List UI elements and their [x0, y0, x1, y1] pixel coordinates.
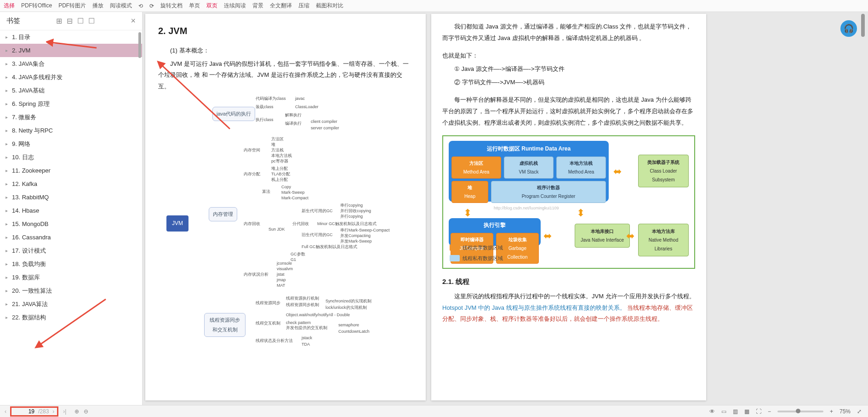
- mm-leaf: 并行copying: [340, 213, 363, 220]
- mm-leaf: 内存分配: [244, 170, 260, 178]
- fullscreen-icon[interactable]: ⛶: [756, 408, 761, 415]
- mm-leaf: 内存空间: [244, 146, 260, 154]
- mm-leaf: 内存状况分析: [244, 271, 268, 278]
- bookmark-item[interactable]: 3. JAVA集合: [0, 57, 142, 70]
- mm-leaf: 代码编译为class: [256, 95, 286, 103]
- bookmark-item[interactable]: 22. 数据结构: [0, 311, 142, 324]
- mm-leaf: 解释执行: [285, 111, 302, 119]
- top-toolbar: 选择 PDF转Office PDF转图片 播放 阅读模式 ⟲ ⟳ 旋转文档 单页…: [0, 0, 868, 12]
- mm-leaf: 线程资源同步: [256, 299, 280, 307]
- mm-leaf: 执行class: [256, 116, 274, 124]
- toolbar-play[interactable]: 播放: [92, 2, 103, 10]
- step-text: ② 字节码文件—->JVM—->机器码: [442, 77, 695, 88]
- mm-leaf: 线程资源同步机制: [286, 301, 319, 309]
- bookmark-item[interactable]: 9. 网络: [0, 137, 142, 151]
- next-page-icon[interactable]: ›: [52, 408, 54, 415]
- mm-node: java代码的执行: [212, 107, 255, 121]
- bookmark-add-icon[interactable]: ☐: [77, 17, 84, 25]
- last-page-icon[interactable]: ›|: [63, 408, 66, 415]
- sidebar-scrollbar[interactable]: [138, 32, 141, 58]
- diagram-title: 运行时数据区 Runtime Data Area: [451, 144, 606, 154]
- assistant-float-icon[interactable]: 🎧: [840, 20, 857, 37]
- prev-page-icon[interactable]: ‹: [5, 408, 6, 415]
- view-grid-icon[interactable]: ▦: [744, 408, 749, 415]
- bookmark-item[interactable]: 16. Cassandra: [0, 231, 142, 244]
- toolbar-pdf-image[interactable]: PDF转图片: [58, 2, 86, 10]
- toolbar-rotate[interactable]: 旋转文档: [160, 2, 183, 10]
- view-split-icon[interactable]: ▥: [733, 408, 738, 415]
- toolbar-read-mode[interactable]: 阅读模式: [110, 2, 132, 10]
- section-heading: 2.1. 线程: [442, 275, 695, 289]
- bookmark-item[interactable]: 6. Spring 原理: [0, 97, 142, 110]
- bookmark-item[interactable]: 5. JAVA基础: [0, 84, 142, 97]
- toolbar-select[interactable]: 选择: [4, 2, 15, 10]
- jvm-mindmap: JVM java代码的执行 内存管理 线程资源同步和交互机制 代码编译为clas…: [164, 92, 421, 350]
- diagram-box: 本地方法栈Method Area: [556, 156, 606, 179]
- bookmark-list: 1. 目录 2. JVM 3. JAVA集合 4. JAVA多线程并发 5. J…: [0, 30, 142, 405]
- bookmark-item[interactable]: 10. 日志: [0, 151, 142, 164]
- paragraph: 每一种平台的解释器是不同的，但是实现的虚拟机是相同的，这也就是 Java 为什么…: [442, 94, 695, 128]
- diagram-legend: 线程共享数据区域 线程私有数据区域: [450, 242, 503, 264]
- mm-node: 内存管理: [209, 207, 237, 221]
- bookmark-item[interactable]: 1. 目录: [0, 30, 142, 44]
- close-icon[interactable]: ×: [131, 16, 136, 26]
- toolbar-pdf-office[interactable]: PDF转Office: [21, 2, 52, 10]
- bookmark-item[interactable]: 13. RabbitMQ: [0, 191, 142, 204]
- view-eye-icon[interactable]: 👁: [709, 408, 715, 415]
- diagram-box: 堆Heap: [451, 181, 488, 203]
- rotate-right-icon[interactable]: ⟳: [149, 3, 154, 9]
- toolbar-translate[interactable]: 全文翻译: [270, 2, 292, 10]
- bookmark-item[interactable]: 18. 负载均衡: [0, 257, 142, 271]
- bookmark-item[interactable]: 14. Hbase: [0, 204, 142, 217]
- bookmark-item[interactable]: 21. JAVA算法: [0, 297, 142, 311]
- paragraph: JVM 是可运行 Java 代码的假想计算机，包括一套字节码指令集、一组寄存器、…: [158, 58, 413, 93]
- pdf-page-right: 我们都知道 Java 源文件，通过编译器，能够生产相应的.Class 文件，也就…: [431, 14, 706, 400]
- zoom-out-icon[interactable]: −: [768, 408, 771, 415]
- mm-leaf: Sun JDK: [268, 226, 285, 233]
- rotate-left-icon[interactable]: ⟲: [138, 3, 143, 9]
- document-viewport: 2. JVM (1) 基本概念： JVM 是可运行 Java 代码的假想计算机，…: [143, 12, 868, 405]
- diagram-box: 类加载器子系统Class Loader Subsystem: [638, 155, 689, 187]
- mm-leaf: 分代回收: [292, 220, 309, 228]
- fit-width-icon[interactable]: ⊕: [74, 408, 79, 415]
- bookmark-item[interactable]: 17. 设计模式: [0, 244, 142, 257]
- bookmark-item[interactable]: 15. MongoDB: [0, 217, 142, 231]
- toolbar-screenshot[interactable]: 截图和对比: [316, 2, 343, 10]
- zoom-in-icon[interactable]: +: [830, 408, 833, 415]
- mm-leaf: ClassLoader: [295, 103, 319, 111]
- page-input[interactable]: [14, 408, 34, 415]
- mm-leaf: 算法: [262, 188, 270, 196]
- arrow-icon: ⬍: [577, 203, 585, 223]
- page-heading: 2. JVM: [158, 22, 413, 40]
- mindmap-root: JVM: [166, 215, 188, 232]
- bookmark-item[interactable]: 7. 微服务: [0, 110, 142, 124]
- bookmark-expand-icon[interactable]: ⊞: [56, 17, 62, 25]
- toolbar-double-page[interactable]: 双页: [206, 2, 217, 10]
- toolbar-background[interactable]: 背景: [252, 2, 263, 10]
- bookmark-item[interactable]: 11. Zookeeper: [0, 164, 142, 177]
- bookmark-tag-icon[interactable]: ☐: [88, 17, 95, 25]
- mm-leaf: 新生代可用的GC: [302, 207, 333, 215]
- toolbar-continuous[interactable]: 连续阅读: [224, 2, 246, 10]
- paragraph: 也就是如下：: [442, 50, 695, 62]
- bookmark-item[interactable]: 8. Netty 与RPC: [0, 124, 142, 137]
- arrow-icon: ⬌: [626, 226, 634, 246]
- mm-leaf: TDA: [302, 341, 310, 348]
- toolbar-single-page[interactable]: 单页: [189, 2, 200, 10]
- fit-page-icon[interactable]: ⊖: [84, 408, 88, 415]
- bookmark-collapse-icon[interactable]: ⊟: [67, 17, 73, 25]
- expand-icon[interactable]: ⤢: [857, 408, 862, 415]
- bookmark-item[interactable]: 19. 数据库: [0, 271, 142, 284]
- mm-leaf: pc寄存器: [271, 157, 288, 165]
- view-mode-icon[interactable]: ▭: [721, 408, 726, 415]
- bookmark-item[interactable]: 12. Kafka: [0, 177, 142, 191]
- mm-leaf: 装载class: [256, 103, 274, 111]
- bookmark-item[interactable]: 2. JVM: [0, 44, 142, 57]
- bookmark-item[interactable]: 4. JAVA多线程并发: [0, 70, 142, 84]
- content-scrollbar[interactable]: [860, 12, 866, 405]
- mm-leaf: 线程交互机制: [256, 319, 280, 327]
- bookmark-item[interactable]: 20. 一致性算法: [0, 284, 142, 297]
- zoom-slider[interactable]: [777, 411, 823, 412]
- toolbar-compress[interactable]: 压缩: [298, 2, 309, 10]
- mm-leaf: 线程状态及分析方法: [256, 337, 293, 345]
